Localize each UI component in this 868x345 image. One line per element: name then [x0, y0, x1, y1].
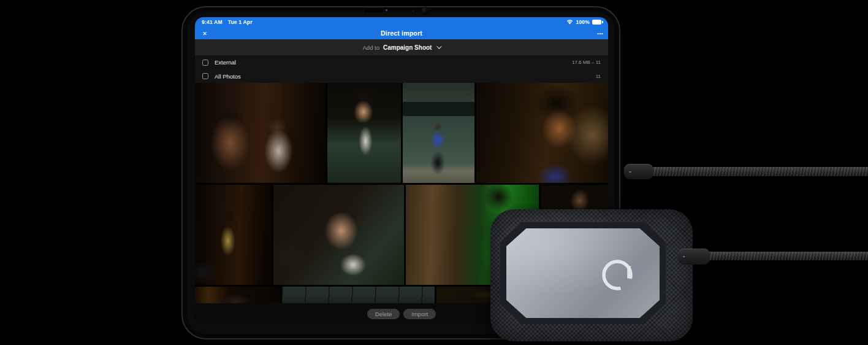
source-row-external[interactable]: External 17.6 MB – 11 — [195, 55, 608, 69]
source-row-meta: 11 — [596, 74, 601, 79]
clock-time: 9:41 AM — [202, 19, 223, 25]
photo-thumbnail[interactable] — [403, 83, 474, 183]
add-to-label: Add to — [363, 44, 379, 51]
front-camera-pill — [363, 7, 384, 13]
nav-bar: ✕ Direct import ••• — [195, 27, 608, 39]
photo-thumbnail[interactable] — [476, 83, 608, 183]
photo-thumbnail[interactable] — [195, 185, 272, 285]
source-row-label: All Photos — [215, 73, 241, 80]
source-row-all-photos[interactable]: All Photos 11 — [195, 69, 608, 83]
connector-logo-icon: ≈ — [629, 170, 631, 174]
photo-thumbnail[interactable] — [282, 287, 435, 303]
connector-logo-icon: ≈ — [683, 255, 685, 258]
camera-indicator-dot — [386, 9, 387, 11]
usbc-connector: ≈ — [678, 249, 710, 265]
battery-icon — [592, 20, 601, 25]
usbc-connector: ≈ — [624, 164, 653, 179]
album-selector[interactable]: Campaign Shoot — [383, 44, 432, 51]
battery-percent: 100% — [576, 19, 590, 25]
wifi-icon — [566, 20, 573, 25]
external-checkbox[interactable] — [202, 60, 208, 66]
scene: 9:41 AM Tue 1 Apr 100% ✕ Direct import — [0, 0, 868, 345]
front-camera-icon — [421, 7, 429, 15]
all-photos-checkbox[interactable] — [202, 73, 208, 79]
gdrive-ssd — [490, 209, 693, 341]
photo-thumbnail[interactable] — [273, 185, 404, 285]
add-to-bar: Add to Campaign Shoot — [195, 39, 608, 55]
clock-date: Tue 1 Apr — [228, 19, 253, 25]
delete-button[interactable]: Delete — [367, 309, 400, 319]
usbc-cable-top — [649, 167, 868, 176]
source-row-meta: 17.6 MB – 11 — [572, 60, 601, 65]
drive-plate — [506, 228, 660, 318]
more-options-icon[interactable]: ••• — [597, 27, 603, 39]
status-bar: 9:41 AM Tue 1 Apr 100% — [195, 17, 608, 27]
photo-thumbnail[interactable] — [195, 287, 280, 303]
chevron-down-icon[interactable] — [437, 44, 442, 48]
page-title: Direct import — [195, 27, 608, 39]
sensor-dot — [413, 10, 414, 12]
photo-thumbnail[interactable] — [195, 83, 326, 183]
gdrive-logo-icon — [599, 257, 636, 293]
photo-thumbnail[interactable] — [327, 83, 401, 183]
source-row-label: External — [215, 59, 236, 66]
import-button[interactable]: Import — [403, 309, 436, 319]
usbc-cable-drive — [705, 252, 868, 260]
